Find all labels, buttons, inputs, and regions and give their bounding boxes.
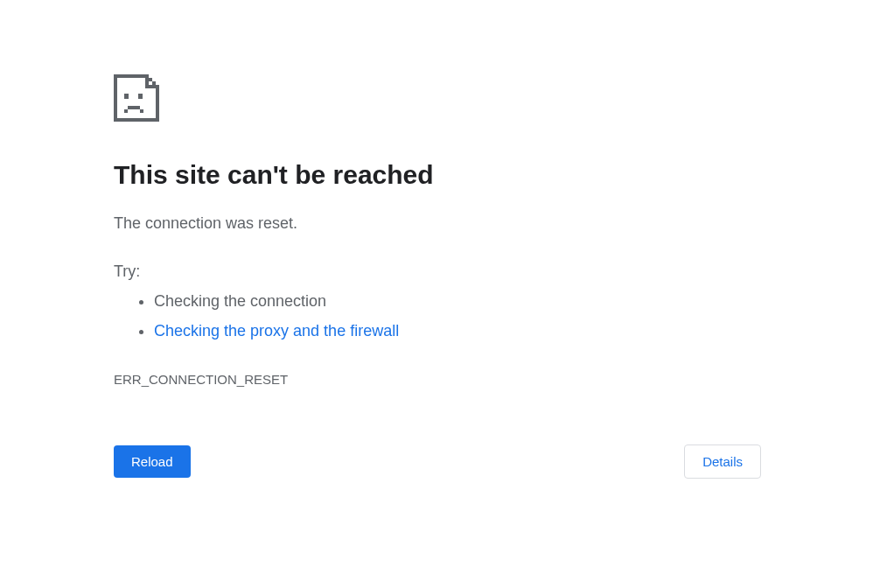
- reload-button[interactable]: Reload: [114, 445, 191, 478]
- proxy-firewall-link[interactable]: Checking the proxy and the firewall: [154, 322, 399, 340]
- svg-rect-9: [145, 85, 157, 88]
- svg-rect-11: [138, 94, 143, 99]
- suggestion-item-proxy: Checking the proxy and the firewall: [154, 316, 761, 346]
- svg-rect-10: [124, 94, 129, 99]
- details-button[interactable]: Details: [684, 444, 761, 479]
- suggestion-item-connection: Checking the connection: [154, 286, 761, 316]
- svg-rect-2: [114, 118, 159, 122]
- button-row: Reload Details: [114, 444, 761, 479]
- svg-rect-3: [114, 74, 149, 78]
- error-message: The connection was reset.: [114, 213, 761, 234]
- error-page-content: This site can't be reached The connectio…: [114, 74, 761, 479]
- svg-rect-1: [156, 85, 159, 122]
- svg-rect-13: [128, 106, 140, 109]
- svg-rect-0: [114, 74, 117, 122]
- suggestions-list: Checking the connection Checking the pro…: [114, 286, 761, 346]
- error-code: ERR_CONNECTION_RESET: [114, 372, 761, 387]
- svg-rect-5: [149, 78, 152, 81]
- svg-rect-6: [152, 81, 156, 85]
- sad-page-icon: [114, 74, 761, 125]
- svg-rect-14: [140, 109, 143, 113]
- error-heading: This site can't be reached: [114, 158, 761, 192]
- svg-rect-4: [145, 74, 149, 78]
- try-label: Try:: [114, 262, 761, 281]
- svg-rect-12: [124, 109, 128, 113]
